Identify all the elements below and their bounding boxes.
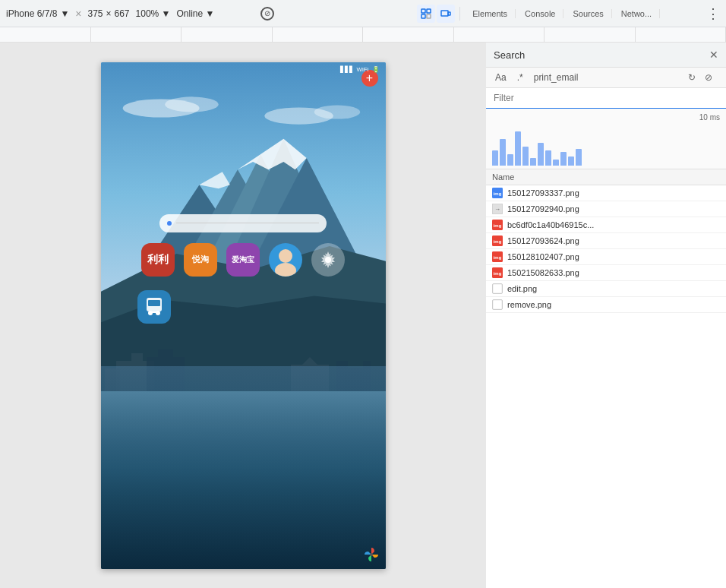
timing-bar <box>576 149 582 166</box>
inspect-element-icon[interactable] <box>417 5 435 23</box>
svg-text:img: img <box>494 271 502 276</box>
network-value: Online <box>176 8 203 19</box>
ruler-segment <box>363 27 454 42</box>
app-icon-2-bg: 悦淘 <box>184 243 217 277</box>
width-value: 375 <box>87 8 103 19</box>
search-title: Search <box>494 49 703 61</box>
refresh-results-button[interactable]: ↻ <box>685 71 699 84</box>
svg-rect-29 <box>148 300 160 306</box>
train-app-icon[interactable] <box>137 290 171 324</box>
ruler-segment <box>273 27 364 42</box>
elements-tab[interactable]: Elements <box>465 9 516 18</box>
avatar-svg <box>269 243 302 277</box>
svg-rect-5 <box>448 12 450 15</box>
train-icon-svg <box>144 296 165 318</box>
png-red-icon: img <box>492 220 503 230</box>
water-reflection <box>101 366 386 569</box>
file-name: 150127093624.png <box>507 236 720 245</box>
timing-bar <box>538 143 544 166</box>
app-icon-5[interactable] <box>311 243 345 277</box>
app-icon-3-bg: 爱淘宝 <box>226 243 260 277</box>
filter-input-row <box>486 88 726 109</box>
timing-bar <box>545 150 551 166</box>
svg-point-8 <box>165 96 219 112</box>
svg-point-10 <box>314 105 359 119</box>
svg-point-33 <box>370 553 373 556</box>
more-options-icon[interactable]: ⋮ <box>706 7 720 21</box>
svg-text:img: img <box>494 255 502 260</box>
svg-point-25 <box>279 249 292 263</box>
list-item[interactable]: → 150127092940.png <box>486 201 726 217</box>
sources-tab[interactable]: Sources <box>565 9 611 18</box>
console-tab[interactable]: Console <box>517 9 563 18</box>
dimension-display: 375 × 667 <box>87 8 129 19</box>
ruler-segment <box>544 27 636 42</box>
device-arrow: ▼ <box>60 8 69 19</box>
filter-input[interactable] <box>486 88 726 108</box>
ruler-segment <box>0 27 91 42</box>
svg-text:img: img <box>494 191 502 196</box>
list-item[interactable]: img 150215082633.png <box>486 265 726 281</box>
case-sensitive-button[interactable]: Aa <box>492 71 510 84</box>
list-item[interactable]: remove.png <box>486 297 726 313</box>
file-type-icon <box>492 283 503 294</box>
file-name: 150127093337.png <box>507 188 720 198</box>
search-bar-line <box>176 223 319 223</box>
network-selector[interactable]: Online ▼ <box>176 8 214 19</box>
timing-bars <box>486 123 726 166</box>
list-item[interactable]: img 150127093337.png <box>486 185 726 201</box>
file-list: img 150127093337.png → 150127092940.png <box>486 185 726 588</box>
png-red-icon-2: img <box>492 236 503 246</box>
timing-bar <box>553 160 559 166</box>
timing-bar <box>568 156 574 166</box>
file-name: edit.png <box>507 284 720 293</box>
list-item[interactable]: img 150128102407.png <box>486 249 726 265</box>
app-icon-2[interactable]: 悦淘 <box>184 243 217 277</box>
file-type-icon: img <box>492 188 503 198</box>
regex-button[interactable]: .* <box>514 71 526 84</box>
battery-icon: 🔋 <box>372 66 380 73</box>
zoom-selector[interactable]: 100% ▼ <box>136 8 171 19</box>
search-bar[interactable] <box>159 214 327 232</box>
clear-results-button[interactable]: ⊘ <box>702 71 715 84</box>
svg-rect-47 <box>493 300 502 309</box>
timing-bar <box>507 154 513 166</box>
filter-action-icons: ↻ ⊘ <box>680 71 720 84</box>
png-red-icon-3: img <box>492 251 503 262</box>
pinwheel-icon <box>363 546 380 563</box>
list-item[interactable]: edit.png <box>486 281 726 297</box>
file-type-icon <box>492 299 503 310</box>
svg-text:→: → <box>494 206 500 213</box>
ruler-segment <box>182 27 273 42</box>
file-list-header: Name <box>486 169 726 185</box>
ruler-segment <box>91 27 182 42</box>
timing-bar <box>522 147 529 166</box>
phone-preview-area: + ▋▋▋ WiFi 🔋 <box>0 43 486 588</box>
disable-cache-icon[interactable]: ⊘ <box>260 7 274 21</box>
print-email-label: print_email <box>534 72 579 83</box>
search-options-bar: Aa .* print_email ↻ ⊘ <box>486 68 726 88</box>
file-type-icon: img <box>492 251 503 262</box>
devtools-top-controls: Elements Console Sources Netwo... <box>417 5 660 23</box>
phone-frame: + ▋▋▋ WiFi 🔋 <box>101 62 386 569</box>
network-tab[interactable]: Netwo... <box>614 9 660 18</box>
app-icon-4[interactable] <box>269 243 302 277</box>
list-item[interactable]: img 150127093624.png <box>486 233 726 249</box>
search-close-button[interactable]: ✕ <box>709 49 718 61</box>
app-icon-1[interactable]: 利利 <box>141 243 175 277</box>
list-item[interactable]: img bc6df0c1a40b46915c... <box>486 217 726 233</box>
file-type-icon: img <box>492 220 503 230</box>
app-icon-3[interactable]: 爱淘宝 <box>226 243 260 277</box>
timing-bar <box>500 139 506 166</box>
responsive-design-icon[interactable] <box>437 5 455 23</box>
search-panel: Search ✕ Aa .* print_email ↻ ⊘ <box>486 43 726 588</box>
device-name: iPhone 6/7/8 <box>6 8 57 19</box>
devtools-separator <box>459 7 460 21</box>
phone-status-bar: ▋▋▋ WiFi 🔋 <box>101 62 386 77</box>
svg-rect-1 <box>427 9 431 13</box>
search-header: Search ✕ <box>486 43 726 68</box>
file-type-icon: img <box>492 236 503 246</box>
device-selector[interactable]: iPhone 6/7/8 ▼ <box>6 8 69 19</box>
file-name: bc6df0c1a40b46915c... <box>507 220 720 229</box>
print-email-button[interactable]: print_email <box>531 71 582 84</box>
